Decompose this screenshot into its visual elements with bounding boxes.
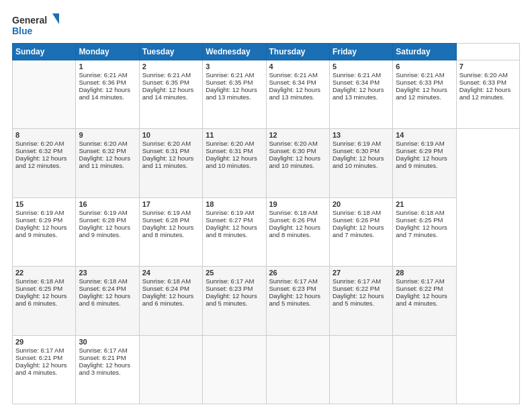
day-number: 16 [79,200,136,208]
day-number: 4 [269,62,326,71]
day-number: 17 [142,200,200,208]
calendar-body: 1Sunrise: 6:21 AMSunset: 6:36 PMDaylight… [13,60,520,404]
calendar-day-cell: 3Sunrise: 6:21 AMSunset: 6:35 PMDaylight… [203,60,266,129]
calendar-week-row: 15Sunrise: 6:19 AMSunset: 6:29 PMDayligh… [13,197,520,266]
calendar-day-cell: 25Sunrise: 6:17 AMSunset: 6:23 PMDayligh… [203,267,266,335]
calendar-day-cell: 27Sunrise: 6:17 AMSunset: 6:22 PMDayligh… [329,267,392,335]
svg-marker-2 [52,13,59,24]
calendar-day-cell [139,335,202,404]
calendar-day-cell: 13Sunrise: 6:19 AMSunset: 6:30 PMDayligh… [329,129,392,197]
calendar-day-cell [393,335,456,404]
calendar-day-cell: 15Sunrise: 6:19 AMSunset: 6:29 PMDayligh… [13,197,76,266]
calendar-day-cell: 17Sunrise: 6:19 AMSunset: 6:28 PMDayligh… [139,197,202,266]
calendar-day-cell: 10Sunrise: 6:20 AMSunset: 6:31 PMDayligh… [139,129,202,197]
day-number: 2 [142,62,200,71]
calendar-header-monday: Monday [76,44,139,60]
calendar-day-cell: 7Sunrise: 6:20 AMSunset: 6:33 PMDaylight… [456,60,519,129]
logo-svg: General Blue [12,12,59,38]
day-number: 27 [332,269,390,277]
svg-text:General: General [12,15,47,26]
calendar-day-cell: 23Sunrise: 6:18 AMSunset: 6:24 PMDayligh… [76,267,139,335]
day-number: 15 [15,200,73,208]
calendar-day-cell: 1Sunrise: 6:21 AMSunset: 6:36 PMDaylight… [76,60,139,129]
day-number: 19 [269,200,326,208]
calendar-day-cell: 19Sunrise: 6:18 AMSunset: 6:26 PMDayligh… [266,197,329,266]
calendar-day-cell: 30Sunrise: 6:17 AMSunset: 6:21 PMDayligh… [76,335,139,404]
empty-cell [13,60,76,129]
day-number: 30 [79,338,136,346]
day-number: 22 [15,269,73,277]
calendar-header-saturday: Saturday [393,44,456,60]
day-number: 11 [206,131,263,139]
calendar-day-cell: 26Sunrise: 6:17 AMSunset: 6:23 PMDayligh… [266,267,329,335]
day-number: 20 [332,200,390,208]
day-number: 13 [332,131,390,139]
day-number: 29 [15,338,73,346]
day-number: 14 [396,131,453,139]
day-number: 25 [206,269,263,277]
day-number: 7 [459,62,517,71]
calendar-day-cell: 24Sunrise: 6:18 AMSunset: 6:24 PMDayligh… [139,267,202,335]
calendar-day-cell: 9Sunrise: 6:20 AMSunset: 6:32 PMDaylight… [76,129,139,197]
day-number: 12 [269,131,326,139]
day-number: 28 [396,269,453,277]
calendar-week-row: 22Sunrise: 6:18 AMSunset: 6:25 PMDayligh… [13,267,520,335]
calendar-day-cell: 2Sunrise: 6:21 AMSunset: 6:35 PMDaylight… [139,60,202,129]
calendar-header-sunday: Sunday [13,44,76,60]
calendar-day-cell: 16Sunrise: 6:19 AMSunset: 6:28 PMDayligh… [76,197,139,266]
svg-text:Blue: Blue [12,26,33,36]
calendar-day-cell: 18Sunrise: 6:19 AMSunset: 6:27 PMDayligh… [203,197,266,266]
calendar-week-row: 1Sunrise: 6:21 AMSunset: 6:36 PMDaylight… [13,60,520,129]
day-number: 1 [79,62,136,71]
calendar-day-cell: 21Sunrise: 6:18 AMSunset: 6:25 PMDayligh… [393,197,456,266]
calendar-day-cell: 4Sunrise: 6:21 AMSunset: 6:34 PMDaylight… [266,60,329,129]
calendar-day-cell [329,335,392,404]
calendar-day-cell [203,335,266,404]
calendar-table: SundayMondayTuesdayWednesdayThursdayFrid… [12,43,520,404]
page: General Blue SundayMondayTuesdayWednesda… [0,0,532,411]
day-number: 10 [142,131,200,139]
calendar-header-thursday: Thursday [266,44,329,60]
calendar-header-wednesday: Wednesday [203,44,266,60]
day-number: 8 [15,131,73,139]
calendar-day-cell: 14Sunrise: 6:19 AMSunset: 6:29 PMDayligh… [393,129,456,197]
calendar-header-tuesday: Tuesday [139,44,202,60]
calendar-week-row: 8Sunrise: 6:20 AMSunset: 6:32 PMDaylight… [13,129,520,197]
header: General Blue [12,12,520,38]
calendar-day-cell: 6Sunrise: 6:21 AMSunset: 6:33 PMDaylight… [393,60,456,129]
calendar-day-cell: 22Sunrise: 6:18 AMSunset: 6:25 PMDayligh… [13,267,76,335]
calendar-day-cell: 5Sunrise: 6:21 AMSunset: 6:34 PMDaylight… [329,60,392,129]
calendar-day-cell [266,335,329,404]
day-number: 21 [396,200,453,208]
day-number: 23 [79,269,136,277]
calendar-header-friday: Friday [329,44,392,60]
day-number: 5 [332,62,390,71]
day-number: 9 [79,131,136,139]
calendar-week-row: 29Sunrise: 6:17 AMSunset: 6:21 PMDayligh… [13,335,520,404]
logo: General Blue [12,12,59,38]
day-number: 26 [269,269,326,277]
calendar-day-cell: 29Sunrise: 6:17 AMSunset: 6:21 PMDayligh… [13,335,76,404]
calendar-day-cell: 12Sunrise: 6:20 AMSunset: 6:30 PMDayligh… [266,129,329,197]
calendar-header-row: SundayMondayTuesdayWednesdayThursdayFrid… [13,44,520,60]
day-number: 24 [142,269,200,277]
day-number: 6 [396,62,453,71]
calendar-day-cell: 8Sunrise: 6:20 AMSunset: 6:32 PMDaylight… [13,129,76,197]
day-number: 18 [206,200,263,208]
calendar-day-cell: 28Sunrise: 6:17 AMSunset: 6:22 PMDayligh… [393,267,456,335]
calendar-day-cell: 11Sunrise: 6:20 AMSunset: 6:31 PMDayligh… [203,129,266,197]
calendar-day-cell: 20Sunrise: 6:18 AMSunset: 6:26 PMDayligh… [329,197,392,266]
day-number: 3 [206,62,263,71]
